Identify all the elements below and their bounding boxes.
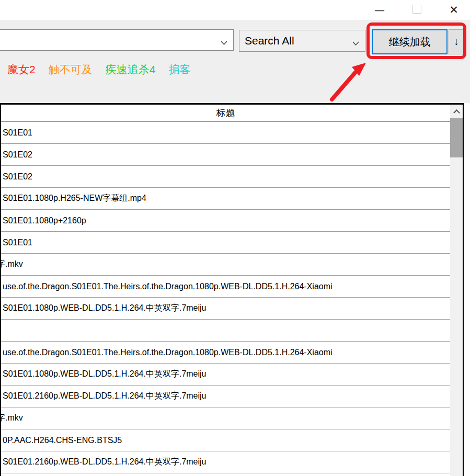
row-title-text: S01E02 bbox=[3, 150, 32, 160]
quick-link[interactable]: 魔女2 bbox=[7, 62, 36, 77]
table-row[interactable]: S01E01 bbox=[1, 232, 450, 254]
close-icon: ✕ bbox=[449, 4, 458, 16]
table-header-title-column[interactable]: 标题 bbox=[1, 105, 450, 122]
row-title-text: use.of.the.Dragon.S01E01.The.Heirs.of.th… bbox=[3, 348, 333, 357]
chevron-up-icon bbox=[453, 109, 460, 116]
row-title-text: S01E01.2160p.WEB-DL.DD5.1.H.264.中英双字.7me… bbox=[3, 457, 207, 468]
row-title-text: 0P.AAC.H264.CHS-ENG.BTSJ5 bbox=[3, 436, 122, 445]
table-row[interactable]: S01E01.2160p.WEB-DL.DD5.1.H.264.中英双字.7me… bbox=[1, 386, 450, 407]
table-row[interactable]: S01E01 bbox=[1, 122, 450, 144]
row-title-text: S01E01.1080p.WEB-DL.DD5.1.H.264.中英双字.7me… bbox=[3, 369, 207, 380]
table-row[interactable]: S01E01.1080p+2160p bbox=[1, 210, 450, 232]
close-button[interactable]: ✕ bbox=[443, 0, 464, 20]
title-bar: — ✕ bbox=[0, 0, 470, 20]
search-input-combobox[interactable] bbox=[0, 29, 234, 51]
app-window: — ✕ Search All 继续加载 ↓ 魔女2触不可及疾速追 bbox=[0, 0, 470, 476]
quick-links-row: 魔女2触不可及疾速追杀4掮客 bbox=[7, 62, 190, 77]
row-title-text: S01E02 bbox=[3, 172, 32, 182]
row-title-text: S01E01 bbox=[3, 128, 32, 138]
table-row[interactable]: S01E01.1080p.WEB-DL.DD5.1.H.264.中英双字.7me… bbox=[1, 364, 450, 386]
quick-link[interactable]: 触不可及 bbox=[49, 62, 93, 77]
row-title-text: S01E01.1080p.H265-NEW字幕组.mp4 bbox=[3, 193, 146, 204]
table-row[interactable]: 0P.AAC.H264.CHS-ENG.BTSJ5 bbox=[1, 429, 450, 451]
table-row[interactable]: 字.mkv bbox=[1, 254, 450, 276]
maximize-button[interactable] bbox=[412, 5, 421, 14]
download-arrow-button[interactable]: ↓ bbox=[449, 29, 464, 54]
row-title-text: S01E01.1080p+2160p bbox=[3, 216, 86, 225]
row-title-text: S01E01.2160p.WEB-DL.DD5.1.H.264.中英双字.7me… bbox=[3, 391, 207, 402]
chevron-down-icon bbox=[221, 38, 227, 48]
search-scope-dropdown[interactable]: Search All bbox=[239, 30, 365, 52]
vertical-scrollbar[interactable] bbox=[450, 105, 463, 476]
table-row[interactable]: S01E02 bbox=[1, 166, 450, 188]
scrollbar-thumb[interactable] bbox=[450, 118, 463, 157]
chevron-down-icon bbox=[352, 39, 359, 48]
table-row[interactable]: use.of.the.Dragon.S01E01.The.Heirs.of.th… bbox=[1, 276, 450, 298]
minimize-button[interactable]: — bbox=[369, 0, 390, 20]
table-row[interactable]: use.of.the.Dragon.S01E01.The.Heirs.of.th… bbox=[1, 342, 450, 364]
table-row[interactable]: S01E01.1080p.WEB-DL.DD5.1.H.264.中英双字.7me… bbox=[1, 298, 450, 320]
toolbar: Search All 继续加载 ↓ 魔女2触不可及疾速追杀4掮客 bbox=[0, 20, 470, 103]
table-body: S01E01 S01E02 S01E02 S01E01.1080p.H265-N… bbox=[1, 122, 450, 473]
table-row[interactable] bbox=[1, 320, 450, 342]
row-title-text: 字.mkv bbox=[1, 413, 23, 424]
load-more-button[interactable]: 继续加载 bbox=[372, 29, 448, 54]
row-title-text: S01E01.1080p.WEB-DL.DD5.1.H.264.中英双字.7me… bbox=[3, 303, 207, 314]
results-list: 标题 S01E01 S01E02 S01E02 S01E01.1080p.H26… bbox=[1, 105, 450, 476]
table-row[interactable]: 字.mkv bbox=[1, 407, 450, 429]
row-title-text: S01E01 bbox=[3, 238, 32, 247]
row-title-text: use.of.the.Dragon.S01E01.The.Heirs.of.th… bbox=[3, 282, 333, 291]
table-row[interactable]: S01E02 bbox=[1, 144, 450, 166]
annotation-arrow-icon bbox=[323, 56, 373, 106]
row-title-text: 字.mkv bbox=[1, 259, 23, 270]
results-table: 标题 S01E01 S01E02 S01E02 S01E01.1080p.H26… bbox=[0, 103, 464, 476]
minimize-icon: — bbox=[375, 5, 384, 16]
scrollbar-up-button[interactable] bbox=[450, 105, 463, 118]
quick-link[interactable]: 疾速追杀4 bbox=[106, 62, 156, 77]
table-row[interactable]: S01E01.1080p.H265-NEW字幕组.mp4 bbox=[1, 188, 450, 210]
table-row[interactable]: S01E01.2160p.WEB-DL.DD5.1.H.264.中英双字.7me… bbox=[1, 451, 450, 473]
search-scope-value: Search All bbox=[239, 35, 294, 47]
column-title-label: 标题 bbox=[216, 107, 235, 119]
quick-link[interactable]: 掮客 bbox=[168, 62, 190, 77]
